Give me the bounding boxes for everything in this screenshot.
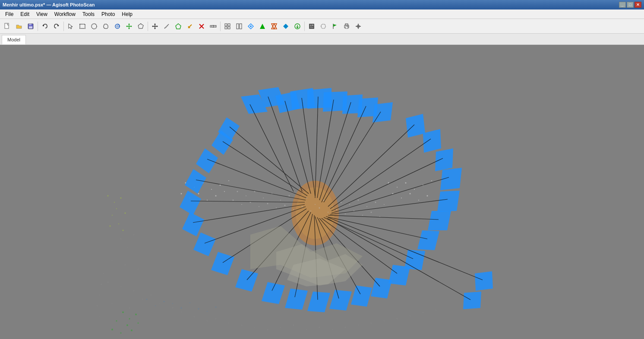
viewport[interactable] — [0, 45, 644, 339]
camera-frustum — [258, 87, 285, 107]
svg-point-181 — [107, 195, 109, 197]
rotate-3d-tool[interactable] — [112, 21, 123, 32]
svg-point-10 — [117, 25, 118, 27]
svg-point-146 — [284, 205, 286, 206]
svg-rect-34 — [225, 24, 227, 26]
separator-5 — [304, 22, 305, 31]
svg-marker-45 — [283, 24, 288, 29]
svg-rect-7 — [80, 24, 85, 28]
menu-tools[interactable]: Tools — [79, 10, 98, 18]
open-button[interactable] — [13, 21, 25, 32]
svg-point-105 — [129, 318, 130, 320]
svg-point-149 — [310, 210, 311, 211]
svg-point-183 — [120, 198, 122, 199]
align-photos-button[interactable] — [245, 21, 256, 32]
menu-view[interactable]: View — [33, 10, 51, 18]
svg-rect-2 — [29, 24, 32, 25]
svg-line-216 — [247, 211, 309, 280]
pointer-tool[interactable] — [65, 21, 76, 32]
svg-point-144 — [267, 203, 268, 204]
svg-point-107 — [116, 320, 117, 322]
grid-view-button[interactable] — [222, 21, 233, 32]
svg-point-74 — [142, 299, 143, 300]
minimize-button[interactable]: _ — [619, 2, 626, 8]
svg-line-220 — [191, 201, 305, 202]
freeform-select-tool[interactable] — [100, 21, 111, 32]
maximize-button[interactable]: □ — [627, 2, 634, 8]
svg-rect-37 — [228, 27, 230, 29]
camera-frustum — [357, 97, 378, 117]
svg-point-106 — [135, 314, 137, 315]
close-button[interactable]: ✕ — [635, 2, 641, 8]
svg-point-116 — [172, 303, 173, 304]
camera-lines — [191, 97, 483, 300]
menu-workflow[interactable]: Workflow — [51, 10, 79, 18]
svg-line-203 — [330, 199, 448, 214]
circle-select-tool[interactable] — [88, 21, 100, 32]
svg-marker-21 — [152, 25, 153, 27]
build-dense-button[interactable] — [257, 21, 268, 32]
move-tool[interactable] — [149, 21, 161, 32]
svg-point-164 — [181, 193, 182, 195]
menu-edit[interactable]: Edit — [17, 10, 33, 18]
svg-point-110 — [111, 329, 113, 330]
pan-tool[interactable] — [123, 21, 135, 32]
undo-button[interactable] — [39, 21, 51, 32]
export-button[interactable] — [292, 21, 303, 32]
texture-view-button[interactable] — [306, 21, 317, 32]
svg-point-170 — [388, 182, 389, 184]
menu-help[interactable]: Help — [118, 10, 136, 18]
select-poly-tool[interactable] — [135, 21, 146, 32]
svg-point-77 — [172, 308, 174, 309]
svg-point-68 — [138, 269, 139, 270]
flag-button[interactable] — [329, 21, 341, 32]
svg-point-81 — [215, 318, 217, 320]
svg-point-93 — [371, 323, 372, 324]
svg-point-66 — [112, 260, 113, 261]
svg-line-206 — [328, 217, 483, 280]
camera-frustum — [440, 168, 462, 190]
svg-point-91 — [345, 327, 346, 328]
navigate-button[interactable] — [353, 21, 364, 32]
build-mesh-button[interactable] — [268, 21, 280, 32]
camera-frustum — [275, 91, 300, 113]
title-bar: Menhir ultimo.psx* — Agisoft PhotoScan _… — [0, 0, 644, 9]
svg-rect-56 — [345, 27, 348, 28]
marker-tool[interactable] — [184, 21, 196, 32]
build-texture-button[interactable] — [280, 21, 291, 32]
camera-frustum — [235, 269, 258, 292]
redo-button[interactable] — [51, 21, 62, 32]
delete-tool[interactable] — [196, 21, 207, 32]
svg-point-82 — [228, 323, 229, 323]
svg-line-218 — [205, 207, 306, 243]
svg-marker-19 — [154, 23, 156, 25]
svg-point-111 — [120, 333, 122, 334]
columns-view-button[interactable] — [234, 21, 245, 32]
svg-point-174 — [423, 185, 424, 186]
print-button[interactable] — [341, 21, 352, 32]
camera-frustum — [404, 250, 425, 270]
new-button[interactable] — [2, 21, 13, 32]
svg-point-154 — [354, 210, 355, 212]
menu-photo[interactable]: Photo — [98, 10, 118, 18]
svg-point-100 — [101, 284, 102, 285]
svg-point-135 — [349, 204, 350, 205]
camera-frustum — [342, 94, 363, 114]
svg-line-223 — [223, 141, 307, 196]
svg-point-109 — [138, 323, 139, 324]
svg-line-193 — [302, 98, 315, 196]
svg-point-126 — [271, 193, 273, 195]
menu-file[interactable]: File — [2, 10, 17, 18]
rect-select-tool[interactable] — [77, 21, 88, 32]
svg-point-130 — [306, 198, 307, 199]
tab-model[interactable]: Model — [2, 35, 26, 44]
svg-point-142 — [250, 202, 251, 203]
ruler-tool[interactable] — [161, 21, 172, 32]
mask-view-button[interactable] — [318, 21, 329, 32]
measure-tool[interactable] — [208, 21, 219, 32]
polygon-tool[interactable] — [173, 21, 184, 32]
svg-point-171 — [397, 187, 398, 188]
save-button[interactable] — [25, 21, 36, 32]
svg-point-95 — [397, 318, 398, 320]
svg-point-165 — [189, 198, 190, 198]
